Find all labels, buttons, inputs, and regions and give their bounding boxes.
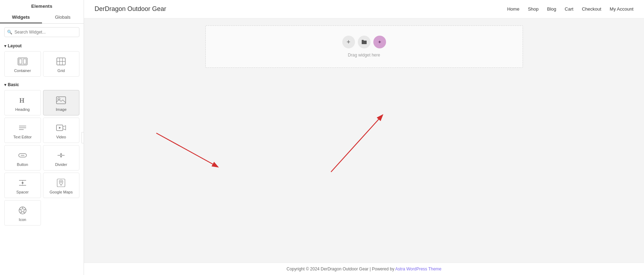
widget-button-label: Button [17,162,28,167]
widget-grid[interactable]: Grid [43,51,80,77]
widget-video-label: Video [56,135,66,139]
nav-shop[interactable]: Shop [528,6,538,12]
text-editor-icon [18,123,28,133]
nav-links: Home Shop Blog Cart Checkout My Account [507,6,633,12]
svg-marker-24 [22,183,24,184]
nav-checkout[interactable]: Checkout [582,6,601,12]
svg-line-31 [331,115,382,172]
widget-divider[interactable]: Divider [43,145,80,171]
svg-text:H: H [19,97,24,104]
widget-spacer-label: Spacer [16,190,29,194]
search-icon: 🔍 [7,30,12,35]
google-maps-icon [56,178,66,188]
footer: Copyright © 2024 DerDragon Outdoor Gear … [84,263,644,275]
heading-icon: H [18,95,28,105]
sidebar-title: Elements [0,0,84,9]
sidebar: Elements Widgets Globals 🔍 Layout Contai… [0,0,84,275]
widget-button[interactable]: Button [4,145,41,171]
magic-button[interactable]: ✦ [373,36,386,48]
nav-cart[interactable]: Cart [565,6,573,12]
sidebar-tabs: Widgets Globals [0,12,84,24]
grid-icon [56,56,66,66]
widget-video[interactable]: Video [43,118,80,143]
svg-marker-28 [20,208,25,213]
sidebar-collapse-handle[interactable]: ‹ [82,132,84,143]
widget-spacer[interactable]: Spacer [4,173,41,198]
search-input[interactable] [4,27,79,37]
footer-text: Copyright © 2024 DerDragon Outdoor Gear … [287,267,441,271]
image-icon [56,95,66,105]
nav-blog[interactable]: Blog [547,6,556,12]
svg-marker-23 [22,181,24,183]
divider-icon [56,150,66,160]
drop-zone[interactable]: + ✦ Drag widget here [205,25,523,68]
spacer-icon [18,178,28,188]
nav-home[interactable]: Home [507,6,519,12]
widget-heading-label: Heading [15,107,30,112]
drop-zone-label: Drag widget here [348,53,380,58]
svg-marker-18 [60,153,62,155]
search-box: 🔍 [4,27,79,37]
svg-marker-14 [59,127,61,129]
folder-button[interactable] [358,36,371,48]
svg-marker-19 [60,156,62,158]
svg-rect-8 [56,97,66,104]
video-icon [56,123,66,133]
widget-text-editor[interactable]: Text Editor [4,118,41,143]
container-icon [18,56,28,66]
canvas-area: + ✦ Drag widget here [84,18,644,263]
footer-link[interactable]: Astra WordPress Theme [395,267,441,271]
svg-rect-2 [23,59,26,64]
svg-rect-1 [19,59,22,64]
icon-widget-icon [18,205,28,215]
top-navbar: DerDragon Outdoor Gear Home Shop Blog Ca… [84,0,644,18]
drop-zone-inner: + ✦ Drag widget here [342,36,386,58]
widget-heading[interactable]: H Heading [4,90,41,115]
widget-image[interactable]: Image [43,90,80,115]
basic-widget-grid: H Heading Image [0,89,84,228]
main-content: DerDragon Outdoor Gear Home Shop Blog Ca… [84,0,644,275]
widget-image-label: Image [56,107,67,112]
add-widget-button[interactable]: + [342,36,355,48]
widget-grid-label: Grid [58,68,65,73]
drop-buttons: + ✦ [342,36,386,48]
widget-google-maps[interactable]: Google Maps [43,173,80,198]
button-icon [18,150,28,160]
widget-divider-label: Divider [55,162,67,167]
widget-container-label: Container [14,68,31,73]
svg-line-30 [156,133,217,167]
nav-my-account[interactable]: My Account [610,6,633,12]
widget-icon[interactable]: Icon [4,200,41,226]
tab-widgets[interactable]: Widgets [0,12,42,23]
section-layout: Layout [0,41,84,50]
widget-container[interactable]: Container [4,51,41,77]
widget-icon-label: Icon [19,217,26,222]
widget-text-editor-label: Text Editor [13,135,32,139]
site-title: DerDragon Outdoor Gear [95,5,166,13]
widget-google-maps-label: Google Maps [50,190,73,194]
tab-globals[interactable]: Globals [42,12,84,23]
section-basic: Basic [0,79,84,89]
layout-widget-grid: Container Grid [0,50,84,79]
svg-point-26 [60,181,62,183]
